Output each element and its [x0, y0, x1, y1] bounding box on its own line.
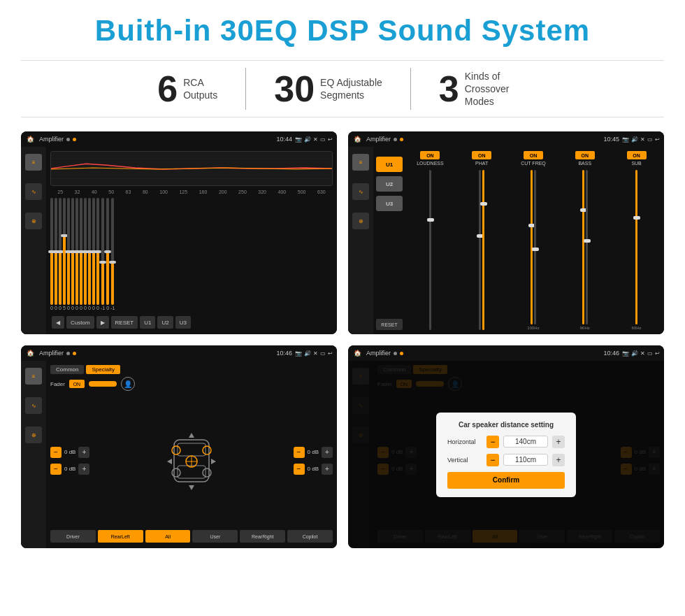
xo-sidebar-icon-1[interactable]: ≡	[352, 154, 369, 171]
eq-sidebar-icon-2[interactable]: ∿	[25, 183, 42, 200]
dist-home-icon[interactable]: 🏠	[352, 348, 362, 358]
xo-volume-icon: 🔊	[631, 136, 638, 143]
dialog-horizontal-minus[interactable]: −	[486, 436, 499, 448]
eq-sidebar-icon-3[interactable]: ⊕	[25, 213, 42, 229]
freq-100: 100	[159, 189, 168, 194]
eq-slider-7[interactable]: 0	[75, 198, 78, 310]
fader-rearright-btn[interactable]: RearRight	[240, 530, 285, 543]
eq-sidebar: ≡ ∿ ⊕	[21, 147, 46, 334]
freq-160: 160	[199, 189, 208, 194]
fader-db-value-4: 0 dB	[308, 466, 319, 472]
fader-user-btn[interactable]: User	[192, 530, 238, 543]
fader-minus-4[interactable]: −	[294, 464, 305, 475]
eq-custom-btn[interactable]: Custom	[66, 316, 94, 329]
dialog-horizontal-value: 140cm	[503, 436, 548, 447]
dialog-vertical-minus[interactable]: −	[486, 454, 499, 466]
dialog-horizontal-plus[interactable]: +	[552, 436, 565, 448]
xo-home-icon[interactable]: 🏠	[352, 134, 362, 144]
dialog-vertical-plus[interactable]: +	[552, 454, 565, 466]
stat-eq-label: EQ AdjustableSegments	[320, 76, 382, 101]
eq-u1-btn[interactable]: U1	[140, 316, 155, 329]
fader-tab-specialty[interactable]: Specialty	[86, 365, 120, 374]
fader-car-diagram	[95, 394, 287, 527]
xo-bass-on[interactable]: ON	[575, 151, 595, 159]
fader-minus-1[interactable]: −	[50, 447, 62, 458]
home-icon[interactable]: 🏠	[25, 134, 35, 144]
confirm-button[interactable]: Confirm	[447, 472, 565, 489]
fader-home-icon[interactable]: 🏠	[25, 348, 35, 358]
xo-u3-btn[interactable]: U3	[376, 196, 403, 211]
eq-u3-btn[interactable]: U3	[175, 316, 191, 329]
eq-slider-1[interactable]: 0	[50, 198, 53, 310]
eq-slider-14[interactable]: 0	[106, 198, 109, 310]
xo-sidebar-icon-3[interactable]: ⊕	[352, 213, 369, 229]
fader-minus-3[interactable]: −	[294, 447, 305, 458]
xo-u1-btn[interactable]: U1	[376, 157, 403, 172]
eq-slider-5[interactable]: 0	[67, 198, 70, 310]
xo-dot-2	[400, 138, 403, 141]
freq-63: 63	[126, 189, 131, 194]
eq-slider-8[interactable]: 0	[80, 198, 82, 310]
fader-back-icon: ↩	[328, 350, 333, 357]
xo-cutfreq-on[interactable]: ON	[524, 151, 543, 159]
svg-point-8	[203, 446, 211, 454]
fader-on-btn[interactable]: ON	[69, 380, 85, 388]
xo-reset-btn[interactable]: RESET	[376, 319, 403, 330]
fader-plus-2[interactable]: +	[78, 464, 89, 475]
eq-play-btn[interactable]: ▶	[96, 316, 109, 329]
fader-rearleft-btn[interactable]: RearLeft	[98, 530, 143, 543]
fader-all-btn[interactable]: All	[145, 530, 191, 543]
eq-slider-9[interactable]: 0	[84, 198, 87, 310]
fader-driver-btn[interactable]: Driver	[50, 530, 96, 543]
eq-slider-6[interactable]: 0	[71, 198, 74, 310]
freq-250: 250	[238, 189, 247, 194]
fader-tab-common[interactable]: Common	[50, 365, 84, 374]
fader-sidebar-icon-2[interactable]: ∿	[25, 397, 42, 414]
xo-u2-btn[interactable]: U2	[376, 176, 403, 192]
fader-plus-4[interactable]: +	[322, 464, 333, 475]
fader-mini-slider[interactable]	[89, 381, 117, 387]
fader-minus-2[interactable]: −	[50, 464, 62, 475]
eq-prev-btn[interactable]: ◀	[52, 316, 64, 329]
topbar-dot-1	[66, 138, 70, 141]
fader-topbar-icons: 📷 🔊 ✕ ▭ ↩	[295, 350, 333, 357]
eq-slider-13[interactable]: -1	[101, 198, 105, 310]
eq-slider-4[interactable]: 5	[63, 198, 66, 310]
stat-rca-number: 6	[157, 71, 178, 107]
eq-slider-11[interactable]: 0	[92, 198, 95, 310]
dist-topbar-time: 10:46	[603, 350, 619, 357]
eq-slider-10[interactable]: 0	[88, 198, 91, 310]
fader-screen-card: 🏠 Amplifier 10:46 📷 🔊 ✕ ▭ ↩ ≡ ∿ ⊕	[21, 345, 337, 548]
dialog-vertical-label: Vertical	[447, 457, 482, 464]
fader-plus-3[interactable]: +	[322, 447, 333, 458]
fader-sidebar-icon-3[interactable]: ⊕	[25, 427, 42, 443]
dialog-horizontal-label: Horizontal	[447, 438, 482, 445]
eq-sidebar-icon-1[interactable]: ≡	[25, 154, 42, 171]
xo-channel-cutfreq: ON CUT FREQ 100Hz	[509, 151, 558, 330]
eq-u2-btn[interactable]: U2	[157, 316, 173, 329]
screens-grid: 🏠 Amplifier 10:44 📷 🔊 ✕ ▭ ↩ ≡ ∿ ⊕	[21, 131, 664, 548]
dialog-vertical-value: 110cm	[503, 454, 548, 466]
fader-db-value-3: 0 dB	[308, 449, 319, 455]
xo-loudness-on[interactable]: ON	[420, 151, 440, 159]
eq-slider-12[interactable]: 0	[96, 198, 99, 310]
fader-copilot-btn[interactable]: Copilot	[287, 530, 333, 543]
fader-left-controls: − 0 dB + − 0 dB +	[50, 394, 89, 527]
eq-slider-2[interactable]: 0	[55, 198, 57, 310]
stat-crossover: 3 Kinds ofCrossover Modes	[411, 70, 556, 108]
xo-phat-on[interactable]: ON	[472, 151, 491, 159]
eq-slider-15[interactable]: -1	[110, 198, 115, 310]
fader-db-row-4: − 0 dB +	[294, 464, 333, 475]
eq-reset-btn[interactable]: RESET	[111, 316, 138, 329]
xo-sidebar-icon-2[interactable]: ∿	[352, 183, 369, 200]
fader-plus-1[interactable]: +	[78, 447, 89, 458]
svg-marker-14	[189, 433, 194, 438]
svg-point-7	[172, 446, 180, 454]
page-wrapper: Buith-in 30EQ DSP Sound System 6 RCAOutp…	[0, 0, 685, 616]
xo-sub-on[interactable]: ON	[627, 151, 647, 159]
eq-slider-3[interactable]: 0	[59, 198, 62, 310]
svg-marker-15	[189, 485, 194, 490]
fader-sidebar-icon-1[interactable]: ≡	[25, 368, 42, 385]
xo-topbar-title: Amplifier	[366, 136, 391, 143]
fader-main-screen: ≡ ∿ ⊕ Common Specialty Fader ON 👤	[21, 361, 337, 548]
